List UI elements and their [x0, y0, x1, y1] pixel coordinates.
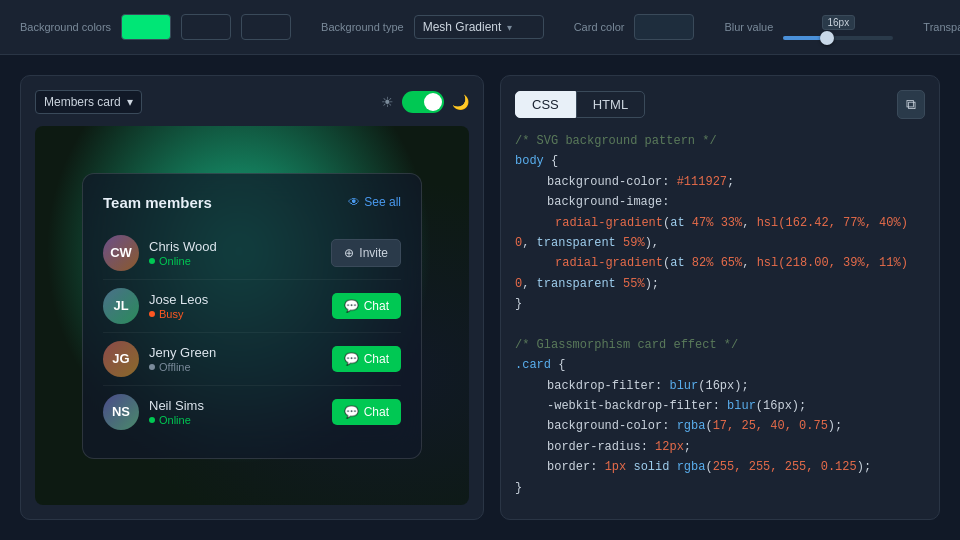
member-info: Chris Wood Online — [149, 239, 331, 267]
member-status: Busy — [149, 308, 332, 320]
transparency-label: Transparency — [923, 21, 960, 33]
panel-header: Members card ▾ ☀ 🌙 — [35, 90, 469, 114]
bg-colors-section: Background colors — [20, 14, 291, 40]
bg-colors-label: Background colors — [20, 21, 111, 33]
blur-value-badge: 16px — [822, 15, 856, 30]
blur-slider-section: 16px — [783, 15, 893, 40]
card-title: Team members — [103, 194, 212, 211]
avatar: CW — [103, 235, 139, 271]
code-header: CSS HTML ⧉ — [515, 90, 925, 119]
card-title-row: Team members 👁 See all — [103, 194, 401, 211]
tab-html[interactable]: HTML — [576, 91, 645, 118]
bg-color-swatch-2[interactable] — [181, 14, 231, 40]
blur-slider-thumb[interactable] — [820, 31, 834, 45]
status-dot-busy — [149, 311, 155, 317]
status-dot-online — [149, 258, 155, 264]
copy-button[interactable]: ⧉ — [897, 90, 925, 119]
status-text: Offline — [159, 361, 191, 373]
member-status: Online — [149, 255, 331, 267]
member-name: Jeny Green — [149, 345, 332, 360]
chevron-down-icon: ▾ — [127, 95, 133, 109]
dark-mode-toggle[interactable] — [402, 91, 444, 113]
main-content: Members card ▾ ☀ 🌙 Team members 👁 See al… — [0, 55, 960, 540]
table-row: JL Jose Leos Busy 💬 Chat — [103, 280, 401, 333]
status-dot-online — [149, 417, 155, 423]
card-color-section: Card color — [574, 14, 695, 40]
moon-icon: 🌙 — [452, 94, 469, 110]
right-panel: CSS HTML ⧉ /* SVG background pattern */ … — [500, 75, 940, 520]
code-block: /* SVG background pattern */ body { back… — [515, 131, 925, 505]
toggle-knob — [424, 93, 442, 111]
blur-slider-track[interactable] — [783, 36, 893, 40]
chat-button[interactable]: 💬 Chat — [332, 293, 401, 319]
status-text: Busy — [159, 308, 183, 320]
chat-icon: 💬 — [344, 352, 359, 366]
card-color-label: Card color — [574, 21, 625, 33]
invite-button[interactable]: ⊕ Invite — [331, 239, 401, 267]
toolbar: Background colors Background type Mesh G… — [0, 0, 960, 55]
user-add-icon: ⊕ — [344, 246, 354, 260]
table-row: NS Neil Sims Online 💬 Chat — [103, 386, 401, 438]
chat-button[interactable]: 💬 Chat — [332, 399, 401, 425]
table-row: CW Chris Wood Online ⊕ Invite — [103, 227, 401, 280]
member-status: Offline — [149, 361, 332, 373]
table-row: JG Jeny Green Offline 💬 Chat — [103, 333, 401, 386]
member-info: Neil Sims Online — [149, 398, 332, 426]
chevron-down-icon: ▾ — [507, 22, 512, 33]
left-panel: Members card ▾ ☀ 🌙 Team members 👁 See al… — [20, 75, 484, 520]
avatar: JG — [103, 341, 139, 377]
avatar: NS — [103, 394, 139, 430]
card-preview: Team members 👁 See all CW Chris Wood Onl… — [35, 126, 469, 505]
blur-section: Blur value 16px — [724, 15, 893, 40]
chat-icon: 💬 — [344, 405, 359, 419]
member-info: Jose Leos Busy — [149, 292, 332, 320]
status-text: Online — [159, 414, 191, 426]
bg-type-value: Mesh Gradient — [423, 20, 502, 34]
bg-type-section: Background type Mesh Gradient ▾ — [321, 15, 544, 39]
eye-icon: 👁 — [348, 195, 360, 209]
bg-color-swatch-1[interactable] — [121, 14, 171, 40]
member-status: Online — [149, 414, 332, 426]
glass-card: Team members 👁 See all CW Chris Wood Onl… — [82, 173, 422, 459]
status-text: Online — [159, 255, 191, 267]
member-name: Neil Sims — [149, 398, 332, 413]
member-name: Chris Wood — [149, 239, 331, 254]
status-dot-offline — [149, 364, 155, 370]
code-tabs: CSS HTML — [515, 91, 645, 118]
tab-css[interactable]: CSS — [515, 91, 576, 118]
chat-icon: 💬 — [344, 299, 359, 313]
bg-type-label: Background type — [321, 21, 404, 33]
card-color-swatch[interactable] — [634, 14, 694, 40]
avatar: JL — [103, 288, 139, 324]
transparency-section: Transparency 75% — [923, 15, 960, 40]
bg-color-swatch-3[interactable] — [241, 14, 291, 40]
copy-icon: ⧉ — [906, 96, 916, 112]
member-info: Jeny Green Offline — [149, 345, 332, 373]
see-all-link[interactable]: 👁 See all — [348, 195, 401, 209]
sun-icon: ☀ — [381, 94, 394, 110]
members-card-label: Members card — [44, 95, 121, 109]
theme-toggle: ☀ 🌙 — [381, 91, 469, 113]
bg-type-select[interactable]: Mesh Gradient ▾ — [414, 15, 544, 39]
members-card-select[interactable]: Members card ▾ — [35, 90, 142, 114]
blur-label: Blur value — [724, 21, 773, 33]
member-name: Jose Leos — [149, 292, 332, 307]
chat-button[interactable]: 💬 Chat — [332, 346, 401, 372]
